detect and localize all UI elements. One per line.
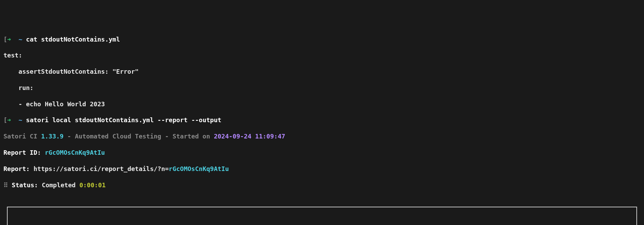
prompt-cwd: ~ (18, 116, 22, 124)
prompt-cwd: ~ (18, 36, 22, 43)
prompt-arrow-icon: ➜ (7, 116, 11, 124)
yml-line-1: test: (3, 51, 641, 59)
report-url-id[interactable]: rGcOMOsCnKq9AtIu (169, 165, 229, 172)
spinner-icon: ⠿ (3, 181, 8, 189)
banner-line: Satori CI 1.33.9 - Automated Cloud Testi… (3, 132, 641, 140)
command-cat[interactable]: cat stdoutNotContains.yml (26, 36, 120, 43)
prompt-arrow-icon: ➜ (7, 36, 11, 43)
yml-line-2: assertStdoutNotContains: "Error" (3, 68, 641, 75)
prompt-line-2: [➜ ~ satori local stdoutNotContains.yml … (3, 116, 641, 124)
prompt-line-1: [➜ ~ cat stdoutNotContains.yml (3, 35, 641, 43)
version-text: 1.33.9 (41, 133, 63, 140)
result-box: Result: Pass Test: test:run | Testcases:… (7, 207, 637, 225)
status-value: Completed (42, 181, 79, 189)
result-box-header: Result: Pass (8, 224, 636, 225)
yml-line-4: - echo Hello World 2023 (3, 100, 641, 108)
yml-line-3: run: (3, 84, 641, 92)
timestamp-time: 11:09:47 (255, 133, 285, 140)
report-url-line: Report: https://satori.ci/report_details… (3, 165, 641, 173)
status-line: ⠿ Status: Completed 0:00:01 (3, 181, 641, 189)
status-duration: 0:00:01 (79, 181, 106, 189)
command-satori[interactable]: satori local stdoutNotContains.yml --rep… (26, 116, 221, 124)
report-id-line: Report ID: rGcOMOsCnKq9AtIu (3, 148, 641, 156)
timestamp-date: 2024-09-24 (214, 133, 251, 140)
report-id-value[interactable]: rGcOMOsCnKq9AtIu (45, 149, 105, 156)
